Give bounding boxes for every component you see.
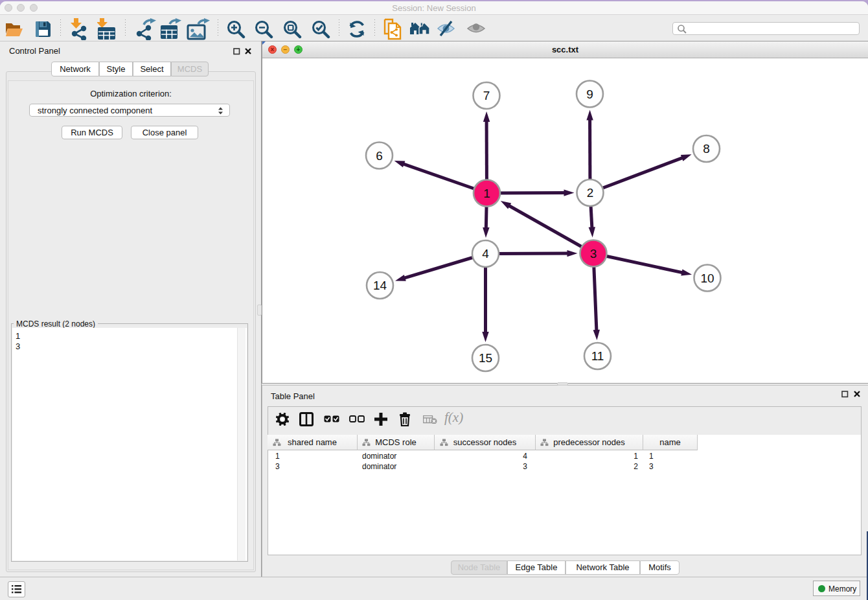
svg-text:10: 10 — [700, 271, 714, 285]
svg-text:8: 8 — [703, 142, 710, 156]
svg-text:9: 9 — [586, 87, 593, 101]
svg-text:3: 3 — [590, 247, 597, 260]
svg-text:2: 2 — [587, 186, 594, 200]
svg-text:6: 6 — [376, 149, 383, 163]
svg-text:1: 1 — [483, 187, 490, 200]
svg-text:7: 7 — [483, 89, 490, 102]
svg-text:15: 15 — [479, 351, 492, 365]
svg-text:14: 14 — [373, 279, 387, 292]
svg-text:11: 11 — [591, 349, 604, 363]
svg-text:4: 4 — [482, 247, 489, 260]
